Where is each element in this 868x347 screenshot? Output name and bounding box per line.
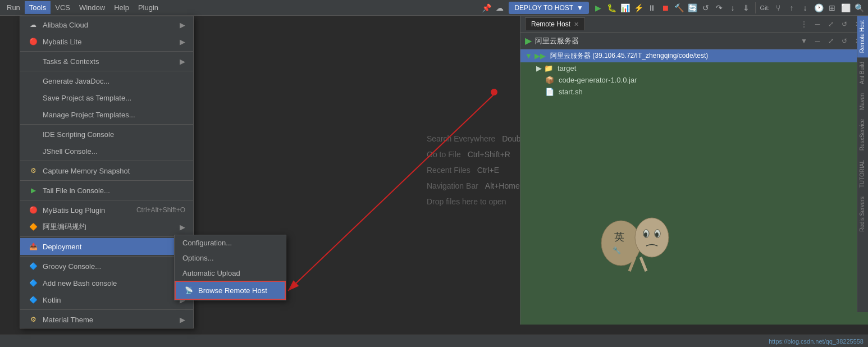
menu-item-mybatis-log[interactable]: 🔴 MyBatis Log Plugin Ctrl+Alt+Shift+O [20, 202, 193, 218]
menu-item-alibaba-cloud[interactable]: ☁ Alibaba Cloud ▶ [20, 16, 193, 33]
menu-item-tasks-contexts[interactable]: Tasks & Contexts ▶ [20, 53, 193, 70]
submenu-item-auto-upload[interactable]: Automatic Upload [175, 266, 286, 281]
panel-actions: ⋮ ─ ⤢ ↺ ✕ [798, 19, 864, 30]
server-icon: ▶▶ [534, 52, 546, 60]
sidebar-tab-resx[interactable]: ResxService [857, 115, 868, 155]
git-push-icon[interactable]: ↑ [785, 1, 798, 15]
sidebar-tab-tutorial[interactable]: TUTORIAL [857, 156, 868, 192]
remote-host-tab-close[interactable]: ✕ [574, 21, 579, 28]
git-branch-icon[interactable]: ⑂ [771, 1, 785, 15]
toolbar-sep1 [755, 2, 756, 13]
submenu-item-configuration[interactable]: Configuration... [175, 235, 286, 250]
arrow-icon: ▶ [180, 21, 185, 29]
menu-window[interactable]: Window [75, 1, 109, 14]
target-expand-icon: ▶ [536, 64, 542, 72]
deployment-submenu: Configuration... Options... Automatic Up… [174, 235, 286, 300]
menu-item-jshell[interactable]: JShell Console... [20, 143, 193, 159]
git-pull-icon[interactable]: ↓ [798, 1, 812, 15]
sidebar-tab-remote-host[interactable]: Remote Host [857, 16, 868, 57]
panel-settings-btn[interactable]: ⋮ [798, 19, 810, 30]
decoration-face: 英 🔧 [599, 207, 671, 280]
tree-item-target[interactable]: ▶ 📁 target [520, 62, 868, 74]
debug-icon[interactable]: 🐛 [605, 1, 618, 15]
sep9 [20, 309, 193, 310]
bash-icon: 🔷 [28, 278, 38, 288]
menu-item-generate-javadoc[interactable]: Generate JavaDoc... [20, 72, 193, 89]
browse-remote-host-icon: 📡 [184, 285, 194, 295]
menu-help[interactable]: Help [109, 1, 134, 14]
hint-navbar-key: Alt+Home [485, 178, 520, 194]
deploy-to-host-button[interactable]: DEPLOY TO HOST ▼ [509, 2, 589, 14]
sidebar-tab-redis[interactable]: Redis Servers [857, 192, 868, 236]
pin-icon[interactable]: 📌 [479, 1, 493, 15]
menu-item-save-project[interactable]: Save Project as Template... [20, 89, 193, 106]
hint-search-label: Search Everywhere [427, 131, 495, 147]
run-stop-icon[interactable]: ⏸ [645, 1, 659, 15]
tasks-icon [28, 56, 38, 66]
ide-scripting-icon [28, 129, 38, 139]
sep2 [20, 71, 193, 71]
git-history-icon[interactable]: 🕐 [812, 1, 825, 15]
step-into-icon[interactable]: ↓ [726, 1, 739, 15]
submenu-item-browse-remote-host[interactable]: 📡 Browse Remote Host [175, 281, 286, 300]
menu-item-kotlin[interactable]: 🔷 Kotlin ▶ [20, 291, 193, 308]
remote-host-file-tree: ▼ ▶▶ 阿里云服务器 (39.106.45.72/IT_zhengqing/c… [520, 49, 868, 325]
arrow-icon: ▶ [180, 57, 185, 66]
rh-refresh-btn[interactable]: ↺ [839, 35, 850, 47]
tree-item-server[interactable]: ▼ ▶▶ 阿里云服务器 (39.106.45.72/IT_zhengqing/c… [520, 49, 868, 62]
menu-run[interactable]: Run [2, 1, 25, 14]
hint-recent-key: Ctrl+E [477, 162, 499, 178]
force-step-icon[interactable]: ⇓ [739, 1, 753, 15]
sep8 [20, 256, 193, 257]
panel-maximize-btn[interactable]: ⤢ [825, 19, 837, 30]
upload-icon[interactable]: ☁ [493, 1, 506, 15]
submenu-item-options[interactable]: Options... [175, 250, 286, 266]
terminal-icon: ▶ [525, 35, 532, 46]
remote-host-tab[interactable]: Remote Host ✕ [525, 17, 585, 30]
sep5 [20, 180, 193, 181]
deploy-label: DEPLOY TO HOST [514, 4, 573, 12]
svg-text:英: 英 [614, 231, 624, 243]
panel-minimize-btn[interactable]: ─ [812, 19, 823, 30]
menu-item-add-bash[interactable]: 🔷 Add new Bash console [20, 275, 193, 291]
menu-item-groovy[interactable]: 🔷 Groovy Console... [20, 258, 193, 275]
menu-item-material-theme[interactable]: ⚙ Material Theme ▶ [20, 311, 193, 328]
rh-minimize-btn[interactable]: ─ [812, 35, 823, 47]
rh-dropdown-btn[interactable]: ▼ [798, 35, 810, 47]
menu-item-manage-templates[interactable]: Manage Project Templates... [20, 106, 193, 123]
restore-icon[interactable]: ⬜ [839, 1, 852, 15]
rebuild-icon[interactable]: 🔄 [686, 1, 699, 15]
tools-dropdown-menu: ☁ Alibaba Cloud ▶ 🔴 Mybatis Lite ▶ Tasks… [20, 16, 194, 328]
menu-tools[interactable]: Tools [25, 1, 51, 14]
javadoc-icon [28, 76, 38, 86]
stop-icon[interactable]: ⏹ [659, 1, 672, 15]
tree-item-jar[interactable]: 📦 code-generator-1.0.0.jar [520, 74, 868, 86]
grid-icon[interactable]: ⊞ [825, 1, 839, 15]
profile-icon[interactable]: ⚡ [632, 1, 645, 15]
menu-item-tail-file[interactable]: ▶ Tail File in Console... [20, 182, 193, 199]
menu-item-ide-scripting[interactable]: IDE Scripting Console [20, 126, 193, 143]
sep3 [20, 124, 193, 125]
kotlin-icon: 🔷 [28, 295, 38, 305]
sidebar-tab-maven[interactable]: Maven [857, 89, 868, 115]
main-area: ☁ Alibaba Cloud ▶ 🔴 Mybatis Lite ▶ Tasks… [0, 16, 868, 325]
menu-item-ali-code[interactable]: 🔶 阿里编码规约 ▶ [20, 218, 193, 235]
menu-item-mybatis-lite[interactable]: 🔴 Mybatis Lite ▶ [20, 33, 193, 50]
panel-refresh-btn[interactable]: ↺ [839, 19, 850, 30]
menu-vcs[interactable]: VCS [51, 1, 75, 14]
step-over-icon[interactable]: ↷ [712, 1, 726, 15]
hint-goto-label: Go to File [427, 147, 461, 162]
menu-item-deployment[interactable]: 📤 Deployment ▶ [20, 238, 193, 255]
search-icon[interactable]: 🔍 [852, 1, 866, 15]
menu-plugin[interactable]: Plugin [134, 1, 163, 14]
build-icon[interactable]: 🔨 [672, 1, 686, 15]
sidebar-tab-ant-build[interactable]: Ant Build [857, 57, 868, 89]
menu-item-capture-memory[interactable]: ⚙ Capture Memory Snapshot [20, 162, 193, 179]
tree-item-sh[interactable]: 📄 start.sh [520, 86, 868, 98]
capture-memory-icon: ⚙ [28, 166, 38, 176]
reload-icon[interactable]: ↺ [699, 1, 712, 15]
rh-expand-btn[interactable]: ⤢ [825, 35, 837, 47]
coverage-icon[interactable]: 📊 [618, 1, 632, 15]
save-project-icon [28, 93, 38, 103]
run-icon[interactable]: ▶ [591, 1, 605, 15]
